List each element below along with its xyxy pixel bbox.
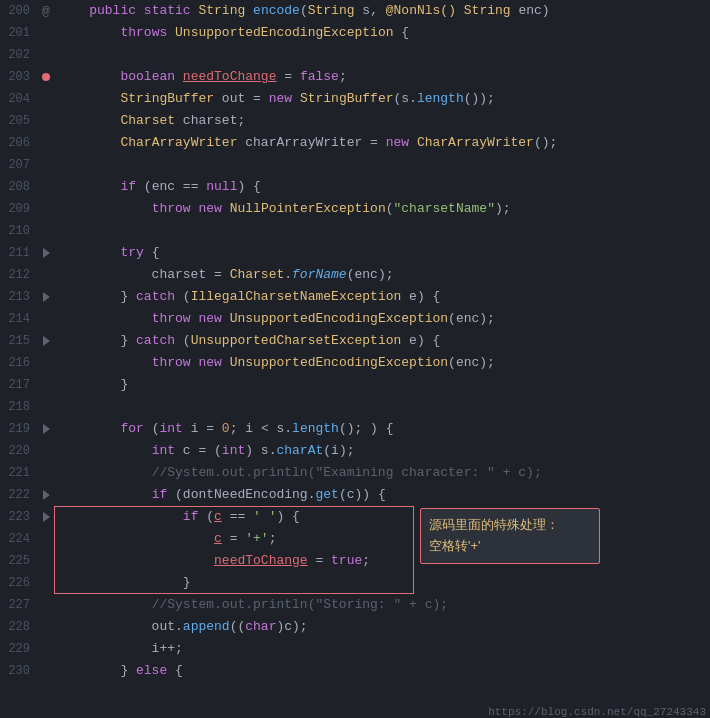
token: false [300, 69, 339, 84]
token: int [159, 421, 182, 436]
token: = [308, 553, 331, 568]
code-line: 225 needToChange = true; [0, 550, 710, 572]
token: (); [534, 135, 557, 150]
token: } [58, 663, 136, 678]
token [58, 91, 120, 106]
token: get [315, 487, 338, 502]
code-line: 229 i++; [0, 638, 710, 660]
code-text: try { [54, 242, 710, 264]
token: String [464, 3, 511, 18]
token [175, 69, 183, 84]
token: catch [136, 333, 175, 348]
token [292, 91, 300, 106]
code-text: public static String encode(String s, @N… [54, 0, 710, 22]
token: charset = [58, 267, 230, 282]
token: StringBuffer [300, 91, 394, 106]
token: UnsupportedEncodingException [175, 25, 393, 40]
token: 0 [222, 421, 230, 436]
token: int [152, 443, 175, 458]
line-number: 227 [0, 598, 38, 612]
code-text: throw new UnsupportedEncodingException(e… [54, 352, 710, 374]
gutter [38, 248, 54, 258]
line-number: 216 [0, 356, 38, 370]
code-line: 223 if (c == ' ') { [0, 506, 710, 528]
token [167, 25, 175, 40]
code-text: for (int i = 0; i < s.length(); ) { [54, 418, 710, 440]
token [58, 245, 120, 260]
token: int [222, 443, 245, 458]
token: (i); [323, 443, 354, 458]
line-number: 204 [0, 92, 38, 106]
code-line: 228 out.append((char)c); [0, 616, 710, 638]
token [58, 597, 152, 612]
token: new [198, 355, 221, 370]
code-line: 208 if (enc == null) { [0, 176, 710, 198]
token [58, 3, 89, 18]
token [409, 135, 417, 150]
gutter-arrow [43, 512, 50, 522]
line-number: 221 [0, 466, 38, 480]
token: ' ' [253, 509, 276, 524]
token: } [120, 333, 136, 348]
token: needToChange [214, 553, 308, 568]
token: ) { [237, 179, 260, 194]
line-number: 217 [0, 378, 38, 392]
code-line: 207 [0, 154, 710, 176]
token: ); [495, 201, 511, 216]
token: s, [355, 3, 386, 18]
line-number: 200 [0, 4, 38, 18]
code-line: 219 for (int i = 0; i < s.length(); ) { [0, 418, 710, 440]
token [58, 311, 152, 326]
token: = [276, 69, 299, 84]
token: (enc); [347, 267, 394, 282]
gutter [38, 336, 54, 346]
token [58, 179, 120, 194]
code-line: 212 charset = Charset.forName(enc); [0, 264, 710, 286]
token: try [120, 245, 143, 260]
code-line: 206 CharArrayWriter charArrayWriter = ne… [0, 132, 710, 154]
code-line: 213 } catch (IllegalCharsetNameException… [0, 286, 710, 308]
code-line: 209 throw new NullPointerException("char… [0, 198, 710, 220]
line-number: 225 [0, 554, 38, 568]
token: ()); [464, 91, 495, 106]
token: NullPointerException [230, 201, 386, 216]
gutter: @ [38, 4, 54, 19]
token: ) { [276, 509, 299, 524]
line-number: 208 [0, 180, 38, 194]
token: . [284, 267, 292, 282]
token: UnsupportedEncodingException [230, 355, 448, 370]
code-text: if (c == ' ') { [54, 506, 710, 528]
token: throw [152, 311, 191, 326]
token: length [417, 91, 464, 106]
token: ) s. [245, 443, 276, 458]
code-text: } catch (UnsupportedCharsetException e) … [54, 330, 710, 352]
token: else [136, 663, 167, 678]
code-text: needToChange = true; [54, 550, 710, 572]
token: ; [339, 69, 347, 84]
code-line: 218 [0, 396, 710, 418]
token [58, 531, 214, 546]
code-line: 204 StringBuffer out = new StringBuffer(… [0, 88, 710, 110]
line-number: 223 [0, 510, 38, 524]
code-line: 216 throw new UnsupportedEncodingExcepti… [0, 352, 710, 374]
token: String [308, 3, 355, 18]
token [58, 289, 120, 304]
token [456, 3, 464, 18]
code-line: 224 c = '+'; [0, 528, 710, 550]
gutter [38, 424, 54, 434]
annotation-line1: 源码里面的特殊处理： [429, 515, 591, 536]
gutter [38, 490, 54, 500]
line-number: 211 [0, 246, 38, 260]
code-text: charset = Charset.forName(enc); [54, 264, 710, 286]
token: null [206, 179, 237, 194]
token: (enc == [136, 179, 206, 194]
token: length [292, 421, 339, 436]
gutter-arrow [43, 248, 50, 258]
line-number: 210 [0, 224, 38, 238]
token: (c)) { [339, 487, 386, 502]
token: = [222, 531, 245, 546]
token [58, 443, 152, 458]
token: if [183, 509, 199, 524]
token: for [120, 421, 143, 436]
token: UnsupportedEncodingException [230, 311, 448, 326]
